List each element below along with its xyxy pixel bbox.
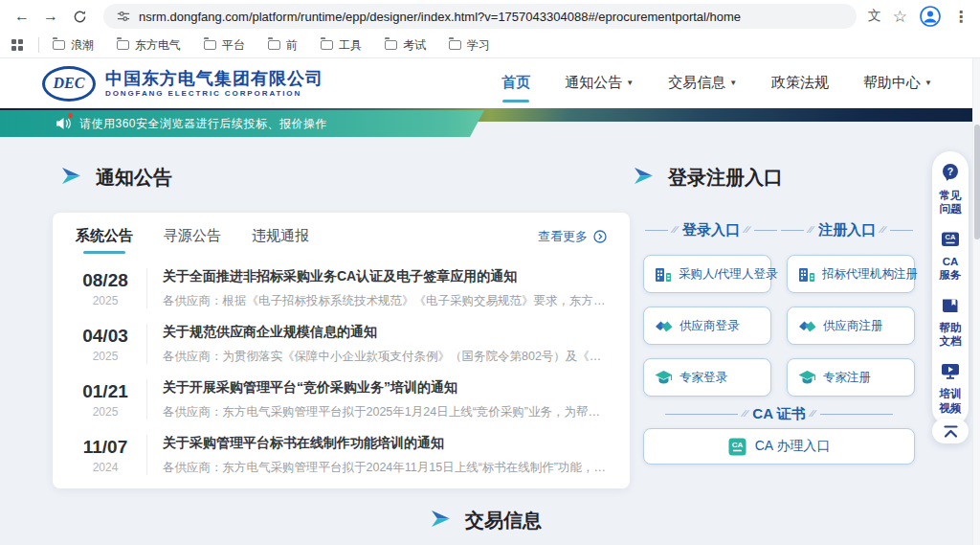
profile-avatar[interactable] — [919, 5, 942, 28]
bookmark-label: 学习 — [467, 37, 490, 54]
floating-toolbar: ? 常见问题 CA CA服务 帮助文档 — [932, 151, 969, 426]
handshake-icon — [655, 319, 673, 333]
portal-button-label: 供应商登录 — [679, 318, 740, 334]
nav-item[interactable]: 通知公告 ▼ — [565, 74, 634, 94]
portal-button[interactable]: 采购人/代理人登录 — [643, 255, 771, 293]
page-scrollbar[interactable] — [972, 58, 980, 545]
entry-subheaders: ∕∕ 登录入口 ∕∕ ∕∕ 注册入口 ∕∕ — [643, 221, 915, 239]
notice-list-item[interactable]: 04/03 2025 关于规范供应商企业规模信息的通知 各供应商：为贯彻落实《保… — [76, 316, 609, 372]
reload-button[interactable] — [67, 4, 92, 29]
apps-grid-icon[interactable] — [11, 39, 23, 51]
bookmark-item[interactable]: 东方电气 — [117, 37, 181, 54]
folder-icon — [204, 40, 216, 50]
translate-icon[interactable]: 文 — [868, 8, 881, 25]
bookmark-label: 浪潮 — [71, 37, 94, 54]
bookmark-star-icon[interactable]: ☆ — [893, 7, 907, 27]
gradcap-icon — [798, 370, 816, 385]
browser-menu-icon[interactable]: ⋮ — [953, 8, 969, 26]
section-title: 登录注册入口 — [668, 165, 783, 191]
folder-icon — [117, 40, 129, 50]
ca-apply-button[interactable]: CA CA 办理入口 — [643, 428, 915, 465]
chevron-down-icon: ▼ — [729, 79, 737, 87]
portal-button[interactable]: 招标代理机构注册 — [787, 255, 915, 293]
notice-title[interactable]: 关于开展采购管理平台“竞价采购业务”培训的通知 — [163, 379, 609, 397]
notice-desc: 各供应商：根据《电子招标投标系统技术规范》《电子采购交易规范》要求，东方电气采购… — [163, 293, 609, 309]
dec-logo[interactable]: DEC — [42, 66, 96, 102]
rail-item[interactable]: CA CA服务 — [940, 231, 962, 283]
site-info-icon[interactable] — [117, 10, 130, 23]
announcement-tab[interactable]: 寻源公告 — [164, 227, 221, 245]
book-icon — [941, 297, 960, 318]
portal-button[interactable]: 专家注册 — [787, 358, 915, 397]
notice-date: 01/21 2025 — [76, 381, 135, 419]
bookmark-item[interactable]: 工具 — [321, 37, 362, 54]
portal-button-label: 专家注册 — [823, 370, 871, 386]
view-more-link[interactable]: 查看更多 — [538, 228, 607, 245]
notice-list-item[interactable]: 11/07 2024 关于采购管理平台标书在线制作功能培训的通知 各供应商：东方… — [76, 427, 609, 483]
announcement-tab[interactable]: 系统公告 — [76, 227, 133, 245]
browser-window: ← → nsrm.dongfang.com/platform/runtime/e… — [0, 0, 980, 545]
rail-item[interactable]: 帮助文档 — [940, 297, 962, 349]
forward-button[interactable]: → — [38, 4, 63, 29]
svg-text:CA: CA — [731, 440, 743, 448]
notice-title[interactable]: 关于采购管理平台标书在线制作功能培训的通知 — [163, 435, 609, 452]
browser-toolbar: ← → nsrm.dongfang.com/platform/runtime/e… — [0, 0, 980, 33]
announcement-tab[interactable]: 违规通报 — [252, 227, 309, 245]
folder-icon — [268, 40, 280, 50]
back-to-top-button[interactable] — [932, 419, 969, 443]
nav-label: 帮助中心 — [863, 74, 921, 92]
rail-item[interactable]: ? 常见问题 — [940, 163, 962, 216]
divider — [146, 324, 147, 364]
scrollbar-thumb[interactable] — [974, 125, 980, 239]
circle-arrow-icon — [593, 230, 607, 243]
svg-text:CA: CA — [946, 233, 956, 241]
nav-item[interactable]: 交易信息 ▼ — [668, 74, 737, 94]
nav-item[interactable]: 政策法规 — [771, 74, 829, 94]
company-name-cn: 中国东方电气集团有限公司 — [105, 69, 323, 89]
notice-title[interactable]: 关于规范供应商企业规模信息的通知 — [163, 324, 609, 341]
bookmark-item[interactable]: 考试 — [385, 37, 426, 54]
logo-text[interactable]: 中国东方电气集团有限公司 DONGFANG ELECTRIC CORPORATI… — [105, 69, 323, 98]
nav-item[interactable]: 帮助中心 ▼ — [863, 74, 932, 94]
notice-date: 04/03 2025 — [76, 326, 135, 363]
nav-item[interactable]: 首页 — [501, 74, 530, 94]
section-title: 交易信息 — [465, 508, 542, 534]
person-icon — [920, 6, 941, 27]
portal-button-label: 供应商注册 — [823, 318, 883, 334]
section-arrow-icon — [61, 167, 81, 189]
bookmark-item[interactable]: 浪潮 — [53, 37, 94, 54]
chevron-down-icon: ▼ — [924, 79, 932, 87]
bookmark-item[interactable]: 学习 — [449, 37, 490, 54]
bookmarks-bar: 浪潮 东方电气 平台 前 工具 — [0, 33, 980, 58]
notice-desc: 各供应商：为贯彻落实《保障中小企业款项支付条例》（国务院令第802号）及《中小企… — [163, 349, 609, 365]
gradcap-icon — [655, 370, 673, 385]
rail-item[interactable]: 培训视频 — [940, 362, 962, 415]
announcements-card: 系统公告 寻源公告 违规通报 查看更多 08/28 2025 — [53, 213, 630, 488]
notice-date: 08/28 2025 — [76, 270, 135, 307]
site-header: DEC 中国东方电气集团有限公司 DONGFANG ELECTRIC CORPO… — [0, 58, 972, 108]
bookmark-label: 前 — [286, 37, 298, 54]
notice-list-item[interactable]: 08/28 2025 关于全面推进非招标采购业务CA认证及电子签章应用的通知 各… — [76, 261, 609, 316]
section-arrow-icon — [431, 510, 451, 532]
portal-button[interactable]: 供应商登录 — [643, 307, 771, 345]
handshake-icon — [798, 319, 816, 333]
question-icon: ? — [941, 163, 960, 186]
browser-notice-ribbon: 请使用360安全浏览器进行后续投标、报价操作 — [0, 110, 484, 137]
view-more-label: 查看更多 — [538, 228, 588, 245]
notice-list-item[interactable]: 01/21 2025 关于开展采购管理平台“竞价采购业务”培训的通知 各供应商：… — [76, 372, 609, 427]
url-text: nsrm.dongfang.com/platform/runtime/epp/d… — [139, 10, 741, 24]
nav-label: 首页 — [501, 74, 530, 92]
bookmark-item[interactable]: 平台 — [204, 37, 245, 54]
back-to-top-icon — [943, 424, 959, 439]
bookmark-item[interactable]: 前 — [268, 37, 298, 54]
notice-title[interactable]: 关于全面推进非招标采购业务CA认证及电子签章应用的通知 — [163, 268, 609, 285]
building-icon — [798, 266, 815, 283]
portal-button[interactable]: 供应商注册 — [787, 307, 915, 345]
nav-label: 政策法规 — [771, 74, 829, 92]
back-button[interactable]: ← — [10, 4, 34, 29]
company-name-en: DONGFANG ELECTRIC CORPORATION — [105, 89, 323, 98]
section-arrow-icon — [634, 167, 654, 189]
url-bar[interactable]: nsrm.dongfang.com/platform/runtime/epp/d… — [103, 4, 857, 29]
portal-button[interactable]: 专家登录 — [643, 358, 771, 397]
announcements-section-header: 通知公告 — [61, 165, 172, 191]
